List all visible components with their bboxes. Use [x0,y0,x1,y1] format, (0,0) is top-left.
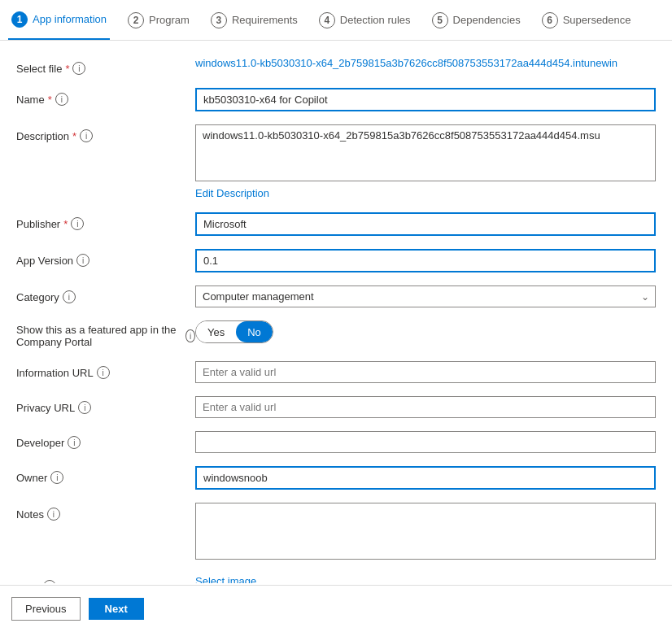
publisher-info-icon[interactable]: i [71,217,84,230]
featured-row: Show this as a featured app in the Compa… [16,320,656,348]
wizard-step-5[interactable]: 5Dependencies [429,0,524,40]
wizard-step-2[interactable]: 2Program [124,0,193,40]
category-info-icon[interactable]: i [63,290,76,303]
toggle-yes-button[interactable]: Yes [196,321,236,342]
logo-label: Logo i [16,575,195,583]
featured-label: Show this as a featured app in the Compa… [16,320,195,348]
owner-row: Owner i [16,466,656,490]
description-row: Description * i Edit Description [16,124,656,199]
developer-input[interactable] [195,431,656,453]
app-version-input[interactable] [195,249,656,272]
edit-description-link[interactable]: Edit Description [195,187,269,199]
publisher-label: Publisher * i [16,212,195,230]
owner-label: Owner i [16,466,195,484]
logo-row: Logo i Select image [16,575,656,583]
toggle-no-button[interactable]: No [236,321,273,342]
developer-row: Developer i [16,431,656,453]
wizard-header: 1App information2Program3Requirements4De… [0,0,672,41]
featured-info-icon[interactable]: i [185,329,195,342]
app-version-row: App Version i [16,249,656,272]
information-url-info-icon[interactable]: i [97,366,110,379]
description-textarea[interactable] [195,124,656,181]
privacy-url-row: Privacy URL i [16,396,656,418]
notes-textarea[interactable] [195,503,656,560]
notes-label: Notes i [16,503,195,521]
select-file-label: Select file * i [16,57,195,75]
owner-info-icon[interactable]: i [50,471,63,484]
wizard-step-4[interactable]: 4Detection rules [316,0,414,40]
wizard-step-6[interactable]: 6Supersedence [539,0,635,40]
information-url-row: Information URL i [16,361,656,383]
form-area: Select file * i windows11.0-kb5030310-x6… [0,41,672,583]
name-label: Name * i [16,88,195,106]
wizard-step-1[interactable]: 1App information [8,0,110,40]
file-link[interactable]: windows11.0-kb5030310-x64_2b759815a3b762… [195,57,617,69]
wizard-step-3[interactable]: 3Requirements [207,0,301,40]
developer-info-icon[interactable]: i [68,436,81,449]
description-info-icon[interactable]: i [80,129,93,142]
logo-info-icon[interactable]: i [43,580,56,583]
category-row: Category i Computer management Business … [16,285,656,307]
owner-input[interactable] [195,466,656,490]
name-input[interactable] [195,88,656,111]
notes-info-icon[interactable]: i [47,508,60,521]
information-url-input[interactable] [195,361,656,383]
app-version-info-icon[interactable]: i [76,254,89,267]
app-version-label: App Version i [16,249,195,267]
description-label: Description * i [16,124,195,142]
developer-label: Developer i [16,431,195,449]
notes-row: Notes i [16,503,656,562]
category-select[interactable]: Computer management Business Data manage… [195,285,656,307]
publisher-input[interactable] [195,212,656,236]
name-row: Name * i [16,88,656,111]
publisher-row: Publisher * i [16,212,656,236]
privacy-url-label: Privacy URL i [16,396,195,414]
select-file-value: windows11.0-kb5030310-x64_2b759815a3b762… [195,57,656,69]
name-info-icon[interactable]: i [55,93,68,106]
information-url-label: Information URL i [16,361,195,379]
privacy-url-info-icon[interactable]: i [78,401,91,414]
privacy-url-input[interactable] [195,396,656,418]
select-file-row: Select file * i windows11.0-kb5030310-x6… [16,57,656,75]
featured-toggle[interactable]: Yes No [195,320,273,343]
category-label: Category i [16,285,195,303]
select-image-link[interactable]: Select image [195,575,256,583]
select-file-info-icon[interactable]: i [72,62,85,75]
